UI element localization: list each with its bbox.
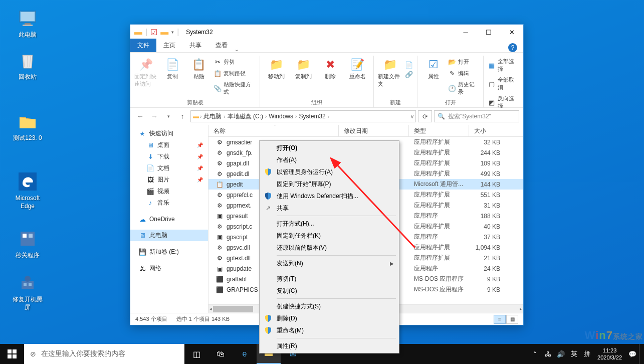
delete-button[interactable]: ✖删除 xyxy=(318,56,342,98)
view-icons-button[interactable]: ▦ xyxy=(506,315,518,324)
tray-network-icon[interactable]: 🖧 xyxy=(541,350,554,358)
nav-music[interactable]: ♪音乐 xyxy=(130,197,208,209)
open-button[interactable]: 📂打开 xyxy=(448,57,479,67)
taskbar-search[interactable]: ⊘ 在这里输入你要搜索的内容 xyxy=(24,344,184,364)
view-details-button[interactable]: ≡ xyxy=(494,315,506,324)
tray-clock[interactable]: 11:23 2020/3/22 xyxy=(593,347,626,361)
col-size[interactable]: 大小 xyxy=(469,125,523,136)
ctx-defender[interactable]: 使用 Windows Defender扫描... xyxy=(261,190,398,202)
tray-up-icon[interactable]: ˄ xyxy=(528,350,541,358)
history-button[interactable]: 🕐历史记录 xyxy=(448,80,479,97)
forward-button[interactable]: → xyxy=(148,110,160,122)
breadcrumb[interactable]: System32 xyxy=(298,113,326,120)
scrollbar-thumb[interactable] xyxy=(213,306,253,312)
ctx-restore[interactable]: 还原以前的版本(V) xyxy=(261,242,398,254)
newitem-icon[interactable]: 📄 xyxy=(405,61,413,69)
refresh-button[interactable]: ⟳ xyxy=(418,110,432,122)
tab-view[interactable]: 查看 xyxy=(208,39,235,52)
edit-button[interactable]: ✎编辑 xyxy=(448,68,479,78)
expand-ribbon-icon[interactable]: ⌄ xyxy=(235,47,239,52)
breadcrumb[interactable]: 此电脑 xyxy=(202,112,223,121)
show-desktop-button[interactable] xyxy=(639,344,642,364)
task-view-button[interactable]: ◫ xyxy=(184,344,208,364)
col-name[interactable]: 名称˄ xyxy=(208,125,339,136)
file-name: gptext.dll xyxy=(227,255,251,262)
ctx-copy[interactable]: 复制(C) xyxy=(261,285,398,297)
desktop-icon-fix[interactable]: 修复开机黑屏 xyxy=(10,272,45,311)
col-type[interactable]: 类型 xyxy=(409,125,469,136)
newfolder-button[interactable]: 📁新建文件夹 xyxy=(378,56,402,98)
easyaccess-icon[interactable]: 🔗 xyxy=(405,70,413,78)
tray-notification-icon[interactable]: 💬 xyxy=(626,350,639,358)
copyto-button[interactable]: 📁复制到 xyxy=(291,56,315,98)
nav-drive-e[interactable]: 💾新加卷 (E:) xyxy=(130,246,208,258)
cut-button[interactable]: ✂剪切 xyxy=(213,57,256,67)
tray-volume-icon[interactable]: 🔊 xyxy=(554,350,567,358)
copypath-button[interactable]: 📋复制路径 xyxy=(213,68,256,78)
copy-button[interactable]: 📄复制 xyxy=(161,56,184,98)
properties-button[interactable]: ☑属性 xyxy=(421,56,445,98)
ctx-openwith[interactable]: 打开方式(H)... xyxy=(261,218,398,230)
desktop-icon-folder[interactable]: 测试123. 0 xyxy=(10,110,45,142)
ctx-author[interactable]: 作者(A) xyxy=(261,154,398,166)
selectnone-button[interactable]: ▢全部取消 xyxy=(488,75,519,92)
nav-thispc[interactable]: 🖥此电脑 xyxy=(130,230,208,241)
ctx-open[interactable]: 打开(O) xyxy=(261,142,398,154)
titlebar[interactable]: ▬ | ☑ ▬ ▾ | System32 ─ ☐ ✕ xyxy=(130,25,523,40)
ctx-properties[interactable]: 属性(R) xyxy=(261,340,398,352)
breadcrumb[interactable]: Windows xyxy=(268,113,294,120)
nav-quickaccess[interactable]: ★快速访问 xyxy=(130,128,208,139)
pin-quickaccess-button[interactable]: 📌固定到快速访问 xyxy=(134,56,158,98)
ctx-rename[interactable]: 重命名(M) xyxy=(261,324,398,336)
ctx-share[interactable]: ↗共享 xyxy=(261,202,398,214)
address-bar[interactable]: ▬ › 此电脑 › 本地磁盘 (C:) › Windows › System32… xyxy=(190,110,416,122)
tray-ime1[interactable]: 英 xyxy=(567,349,580,358)
ctx-cut[interactable]: 剪切(T) xyxy=(261,273,398,285)
nav-videos[interactable]: 🎬视频 xyxy=(130,186,208,197)
nav-downloads[interactable]: ⬇下载📌 xyxy=(130,151,208,162)
nav-network[interactable]: 🖧网络 xyxy=(130,263,208,274)
nav-documents[interactable]: 📄文档📌 xyxy=(130,162,208,174)
maximize-button[interactable]: ☐ xyxy=(477,25,500,40)
desktop-icon-label: 回收站 xyxy=(10,73,45,81)
checkmark-icon[interactable]: ☑ xyxy=(150,28,157,37)
recent-dropdown[interactable]: ▾ xyxy=(162,110,174,122)
ctx-sendto[interactable]: 发送到(N)▶ xyxy=(261,257,398,269)
search-box[interactable]: 🔍 搜索"System32" xyxy=(434,110,519,122)
ctx-pintaskbar[interactable]: 固定到任务栏(K) xyxy=(261,230,398,242)
nav-desktop[interactable]: 🖥桌面📌 xyxy=(130,139,208,151)
back-button[interactable]: ← xyxy=(134,110,146,122)
desktop-icon-edge[interactable]: Microsoft Edge xyxy=(10,170,45,210)
selectall-button[interactable]: ▦全部选择 xyxy=(488,57,519,74)
desktop-icon-app[interactable]: 秒关程序 xyxy=(10,228,45,260)
tab-share[interactable]: 共享 xyxy=(182,39,208,52)
ctx-pinstart[interactable]: 固定到"开始"屏幕(P) xyxy=(261,178,398,190)
taskbar-edge[interactable]: e xyxy=(233,344,257,364)
dropdown-icon[interactable]: ▾ xyxy=(171,30,174,35)
navigation-pane[interactable]: ★快速访问 🖥桌面📌 ⬇下载📌 📄文档📌 🖼图片📌 🎬视频 ♪音乐 ☁OneDr… xyxy=(130,125,208,313)
address-dropdown[interactable]: v xyxy=(411,114,413,119)
col-date[interactable]: 修改日期 xyxy=(339,125,409,136)
svg-rect-14 xyxy=(13,349,17,353)
ctx-delete[interactable]: 删除(D) xyxy=(261,312,398,324)
nav-pictures[interactable]: 🖼图片📌 xyxy=(130,174,208,186)
ctx-shortcut[interactable]: 创建快捷方式(S) xyxy=(261,300,398,312)
close-button[interactable]: ✕ xyxy=(500,25,523,40)
breadcrumb[interactable]: 本地磁盘 (C:) xyxy=(227,112,264,121)
tray-ime2[interactable]: 拼 xyxy=(580,349,593,358)
minimize-button[interactable]: ─ xyxy=(454,25,477,40)
tab-file[interactable]: 文件 xyxy=(130,39,156,52)
ctx-runas[interactable]: 以管理员身份运行(A) xyxy=(261,166,398,178)
nav-onedrive[interactable]: ☁OneDrive xyxy=(130,214,208,225)
help-icon[interactable]: ? xyxy=(508,43,517,52)
up-button[interactable]: ↑ xyxy=(176,110,188,122)
moveto-button[interactable]: 📁移动到 xyxy=(264,56,288,98)
tab-home[interactable]: 主页 xyxy=(156,39,182,52)
start-button[interactable] xyxy=(0,344,24,364)
paste-button[interactable]: 📋粘贴 xyxy=(187,56,211,98)
pasteshortcut-button[interactable]: 📎粘贴快捷方式 xyxy=(213,80,256,97)
taskbar-store[interactable]: 🛍 xyxy=(208,344,233,364)
rename-button[interactable]: 📝重命名 xyxy=(345,56,369,98)
desktop-icon-trash[interactable]: 回收站 xyxy=(10,49,45,81)
desktop-icon-computer[interactable]: 此电脑 xyxy=(10,7,45,39)
